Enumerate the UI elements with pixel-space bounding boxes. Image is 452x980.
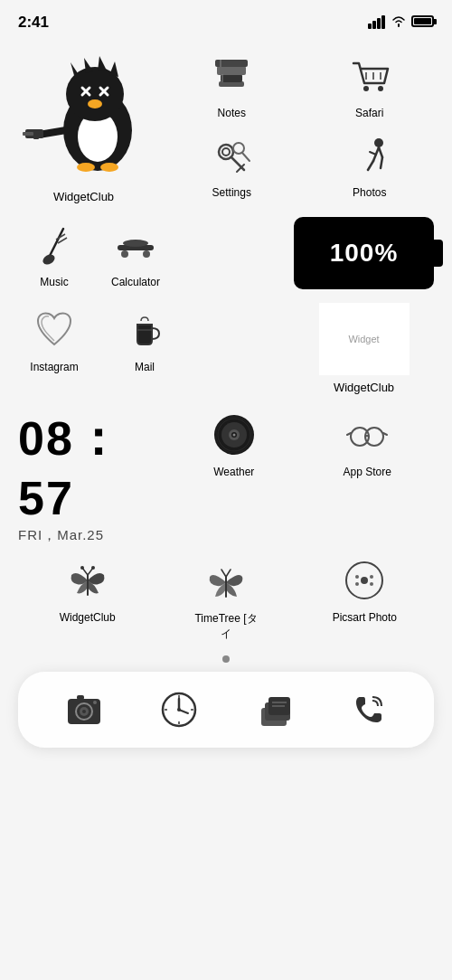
settings-icon-img [204, 128, 259, 183]
svg-rect-24 [217, 66, 246, 75]
mail-icon-img [118, 303, 172, 357]
icon-row-weather-appstore: Weather App Store [167, 408, 434, 478]
row1-right-icons: Notes Safari [163, 49, 438, 199]
svg-rect-23 [221, 74, 242, 82]
svg-rect-25 [215, 60, 248, 67]
row4: 08：57 FRI，Mar.25 [9, 394, 443, 544]
widgetclub-right-img: Widget [319, 303, 410, 375]
dock-files[interactable] [247, 683, 301, 737]
app-timetree[interactable]: TimeTree [タイ [190, 553, 262, 642]
status-bar: 2:41 [0, 0, 452, 40]
appstore-label: App Store [344, 466, 391, 478]
widgetclub-large[interactable]: WidgetClub [14, 49, 154, 203]
app-widgetclub-bottom[interactable]: WidgetClub [52, 553, 124, 642]
notes-icon-img [204, 49, 259, 103]
app-mail[interactable]: Mail [108, 303, 181, 373]
music-icon-img [27, 218, 81, 272]
svg-point-51 [121, 250, 128, 258]
svg-line-35 [231, 157, 244, 170]
icon-row-settings-photos: Settings Photos [163, 128, 438, 199]
svg-point-34 [222, 148, 230, 155]
photos-label: Photos [353, 186, 386, 199]
widgetclub-large-label: WidgetClub [53, 190, 114, 203]
widgetclub-right[interactable]: Widget WidgetClub [294, 303, 434, 394]
page-dot [222, 655, 230, 663]
svg-line-45 [381, 157, 382, 168]
battery-widget-container: 100% [294, 217, 434, 289]
app-calculator[interactable]: Calculator [99, 218, 172, 288]
svg-line-73 [226, 570, 231, 577]
safari-icon-img [343, 49, 397, 103]
weather-label: Weather [213, 466, 254, 478]
page-indicator [9, 642, 443, 672]
icon-row-notes-safari: Notes Safari [163, 49, 438, 119]
picsart-label: Picsart Photo [333, 611, 397, 624]
svg-point-70 [91, 566, 95, 570]
widgetclub-right-label: WidgetClub [334, 381, 394, 394]
status-time: 2:41 [18, 14, 49, 32]
photos-icon-img [343, 128, 397, 183]
settings-label: Settings [212, 186, 251, 199]
svg-rect-0 [368, 24, 372, 29]
svg-point-85 [93, 701, 97, 704]
app-settings[interactable]: Settings [195, 128, 268, 199]
svg-marker-14 [98, 56, 107, 71]
svg-point-75 [361, 577, 368, 584]
clock-date: FRI，Mar.25 [18, 527, 158, 544]
dock-phone[interactable] [342, 683, 396, 737]
svg-rect-2 [377, 18, 381, 29]
svg-point-47 [41, 252, 56, 267]
svg-point-28 [363, 86, 369, 91]
app-photos[interactable]: Photos [334, 128, 406, 199]
dock-clock[interactable] [152, 683, 206, 737]
appstore-icon-img [340, 408, 394, 462]
row1: WidgetClub [9, 40, 443, 203]
app-music[interactable]: Music [18, 218, 90, 288]
svg-point-11 [88, 99, 102, 108]
svg-rect-84 [77, 695, 84, 700]
svg-marker-15 [109, 61, 118, 77]
row5: WidgetClub TimeTree [タイ [9, 544, 443, 642]
svg-rect-3 [381, 15, 385, 29]
svg-point-59 [232, 434, 235, 437]
dock-camera[interactable] [57, 683, 111, 737]
weather-icon-img [207, 408, 261, 462]
signal-icon [368, 14, 386, 32]
svg-line-37 [237, 168, 240, 172]
app-notes[interactable]: Notes [195, 49, 268, 119]
music-label: Music [40, 276, 68, 288]
app-weather[interactable]: Weather [198, 408, 270, 478]
svg-line-44 [368, 161, 373, 170]
app-appstore[interactable]: App Store [331, 408, 403, 478]
battery-widget-text: 100% [330, 239, 399, 268]
clock-time: 08：57 [18, 408, 158, 525]
instagram-icon-img [27, 303, 81, 357]
timetree-icon-img [199, 553, 253, 608]
calculator-label: Calculator [111, 276, 160, 288]
svg-rect-20 [33, 133, 39, 139]
safari-label: Safari [355, 107, 383, 119]
svg-point-77 [370, 575, 373, 579]
clock-widget: 08：57 FRI，Mar.25 [18, 408, 158, 544]
svg-line-42 [379, 147, 382, 157]
svg-point-79 [370, 582, 373, 586]
status-icons [368, 14, 434, 32]
calculator-icon-img [108, 218, 163, 272]
app-instagram[interactable]: Instagram [18, 303, 90, 373]
wifi-icon [391, 14, 407, 31]
instagram-label: Instagram [30, 361, 78, 373]
svg-point-16 [77, 163, 95, 172]
picsart-icon-img [337, 553, 391, 608]
app-picsart[interactable]: Picsart Photo [328, 553, 400, 642]
timetree-label: TimeTree [タイ [190, 611, 262, 642]
app-safari[interactable]: Safari [334, 49, 406, 119]
svg-point-52 [143, 250, 150, 258]
svg-rect-1 [372, 21, 376, 29]
svg-line-39 [242, 153, 250, 161]
svg-point-17 [100, 163, 118, 172]
notes-label: Notes [218, 107, 246, 119]
widgetclub-mascot-img [16, 49, 152, 184]
home-screen: WidgetClub [0, 40, 452, 748]
svg-point-53 [123, 240, 148, 247]
svg-point-69 [80, 566, 84, 570]
